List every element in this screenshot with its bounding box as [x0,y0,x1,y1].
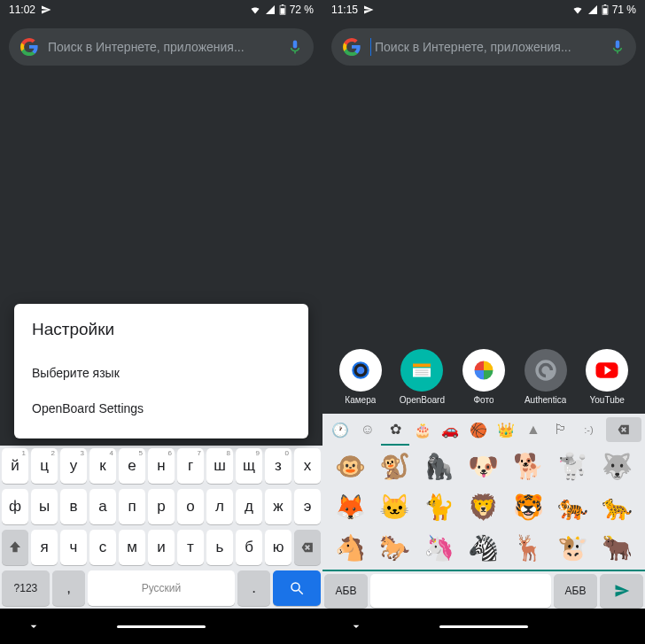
emoji-backspace[interactable] [606,417,641,442]
svg-line-4 [299,590,303,594]
app-row: Камера OpenBoard Фото Authentica [322,349,645,405]
emoji-dog-face[interactable]: 🐶 [462,451,506,483]
send-key[interactable] [600,574,643,608]
key-м[interactable]: м [119,530,145,565]
period-key[interactable]: . [237,570,270,606]
youtube-icon [586,349,628,392]
app-camera[interactable]: Камера [332,349,389,405]
emoji-horse[interactable]: 🐎 [372,532,416,564]
emoji-tiger[interactable]: 🐅 [550,492,594,524]
emoji-monkey[interactable]: 🐒 [372,451,416,483]
key-ю[interactable]: ю [265,530,291,565]
key-а[interactable]: а [89,489,116,524]
key-ц[interactable]: ц2 [31,448,58,484]
emoji-poodle[interactable]: 🐩 [550,451,594,483]
key-ы[interactable]: ы [31,489,58,524]
popup-item-language[interactable]: Выберите язык [32,355,291,391]
popup-item-openboard[interactable]: OpenBoard Settings [32,391,291,426]
cat-nature-icon[interactable]: ✿ [381,414,408,446]
nav-pill[interactable] [439,625,528,628]
app-photos[interactable]: Фото [455,349,512,405]
cursor [370,38,371,56]
key-г[interactable]: г7 [177,448,204,484]
kb-row-1: й1 ц2 у3 к4 е5 н6 г7 ш8 щ9 з0 х [0,446,322,486]
cat-activity-icon[interactable]: 🏀 [464,414,492,446]
status-time: 11:15 [331,4,358,16]
key-о[interactable]: о [177,489,204,524]
key-л[interactable]: л [206,489,233,524]
google-logo-icon [342,37,361,57]
key-х[interactable]: х [294,448,321,484]
emoji-cow-face[interactable]: 🐮 [550,532,594,564]
settings-popup: Настройки Выберите язык OpenBoard Settin… [14,304,308,438]
emoji-monkey-face[interactable]: 🐵 [328,451,372,483]
app-youtube[interactable]: YouTube [579,349,635,405]
key-ш[interactable]: ш8 [206,448,233,484]
search-bar[interactable]: Поиск в Интернете, приложения... [331,28,636,66]
cat-flags-icon[interactable]: 🏳 [548,414,575,446]
cat-recent-icon[interactable]: 🕐 [326,414,354,446]
emoji-spacebar[interactable] [370,574,551,608]
backspace-key[interactable] [294,530,321,565]
key-з[interactable]: з0 [265,448,291,484]
key-и[interactable]: и [148,530,175,565]
mic-icon[interactable] [610,39,626,55]
emoji-ox[interactable]: 🐂 [595,532,640,564]
emoji-gorilla[interactable]: 🦍 [417,451,462,483]
cat-travel-icon[interactable]: 🚗 [437,414,464,446]
emoji-leopard[interactable]: 🐆 [595,492,640,524]
key-й[interactable]: й1 [2,448,28,484]
emoji-wolf[interactable]: 🐺 [595,451,640,483]
key-я[interactable]: я [31,530,58,565]
key-п[interactable]: п [119,489,145,524]
key-ж[interactable]: ж [265,489,291,524]
comma-key[interactable]: , [52,570,85,606]
key-б[interactable]: б [236,530,262,565]
key-ь[interactable]: ь [206,530,233,565]
emoji-unicorn[interactable]: 🦄 [417,532,462,564]
key-н[interactable]: н6 [148,448,175,484]
mic-icon[interactable] [287,39,303,55]
key-щ[interactable]: щ9 [236,448,262,484]
key-э[interactable]: э [294,489,321,524]
key-к[interactable]: к4 [89,448,116,484]
key-ф[interactable]: ф [2,489,28,524]
emoji-fox[interactable]: 🦊 [328,492,372,524]
key-т[interactable]: т [177,530,204,565]
emoji-horse-face[interactable]: 🐴 [328,532,372,564]
cat-text-icon[interactable]: :-) [575,414,602,446]
emoji-zebra[interactable]: 🦓 [462,532,506,564]
search-bar[interactable]: Поиск в Интернете, приложения... [9,28,314,66]
emoji-lion[interactable]: 🦁 [462,492,506,524]
emoji-cat-face[interactable]: 🐱 [372,492,416,524]
key-ч[interactable]: ч [60,530,87,565]
auth-icon [525,349,567,392]
key-е[interactable]: е5 [119,448,145,484]
emoji-deer[interactable]: 🦌 [506,532,550,564]
emoji-cat[interactable]: 🐈 [417,492,462,524]
cat-food-icon[interactable]: 🎂 [409,414,437,446]
cat-objects-icon[interactable]: 👑 [492,414,519,446]
key-у[interactable]: у3 [60,448,87,484]
phone-left: 11:02 72 % Поиск в Интернете, приложения… [0,0,322,644]
abc-key-right[interactable]: АБВ [554,574,597,608]
chevron-down-icon[interactable] [349,619,363,633]
spacebar[interactable]: Русский [88,570,235,606]
cat-smiley-icon[interactable]: ☺ [354,414,381,446]
emoji-dog[interactable]: 🐕 [506,451,550,483]
nav-pill[interactable] [117,625,206,628]
app-authenticator[interactable]: Authentica [517,349,574,405]
symbols-key[interactable]: ?123 [2,570,50,606]
chevron-down-icon[interactable] [27,619,41,633]
emoji-tiger-face[interactable]: 🐯 [506,492,550,524]
key-в[interactable]: в [60,489,87,524]
search-key[interactable] [273,570,321,606]
key-д[interactable]: д [236,489,262,524]
cat-symbols-icon[interactable]: ▲ [519,414,547,446]
abc-key-left[interactable]: АБВ [324,574,368,608]
shift-key[interactable] [2,530,28,565]
app-openboard[interactable]: OpenBoard [393,349,450,405]
key-с[interactable]: с [89,530,116,565]
key-р[interactable]: р [148,489,175,524]
kb-row-bottom: ?123 , Русский . [0,568,322,609]
